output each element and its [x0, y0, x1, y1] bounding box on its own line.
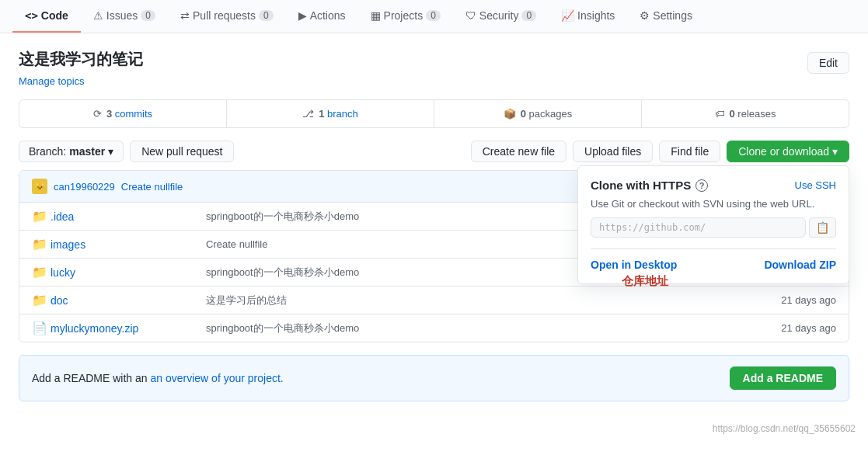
table-row: 📁 doc 这是学习后的总结 21 days ago — [19, 287, 849, 314]
help-icon[interactable]: ? — [695, 179, 708, 192]
stat-releases[interactable]: 🏷 0 releases — [642, 100, 849, 127]
stats-bar: ⟳ 3 commits ⎇ 1 branch 📦 0 packages 🏷 0 … — [19, 99, 849, 128]
branch-label: Branch: — [29, 145, 66, 158]
file-toolbar: Branch: master ▾ New pull request Create… — [19, 141, 849, 162]
edit-button[interactable]: Edit — [807, 52, 849, 74]
folder-icon: 📁 — [32, 237, 51, 252]
toolbar-left: Branch: master ▾ New pull request — [19, 141, 234, 162]
open-in-desktop-button[interactable]: Open in Desktop — [591, 259, 677, 271]
use-ssh-link[interactable]: Use SSH — [795, 179, 836, 191]
commit-icon: ⟳ — [93, 108, 102, 120]
insights-icon: 📈 — [561, 9, 574, 22]
pr-icon: ⇄ — [180, 9, 190, 22]
clone-url-input[interactable] — [591, 217, 806, 238]
projects-icon: ▦ — [371, 9, 381, 22]
copy-url-button[interactable]: 📋 — [809, 217, 836, 238]
tab-pullrequests[interactable]: ⇄ Pull requests 0 — [168, 0, 286, 33]
commit-message: Create nullfile — [121, 181, 183, 193]
file-name[interactable]: .idea — [51, 210, 206, 223]
tag-icon: 🏷 — [715, 108, 725, 120]
code-icon: <> — [25, 9, 38, 22]
toolbar-right: Create new file Upload files Find file C… — [471, 141, 849, 162]
clone-actions: Open in Desktop Download ZIP — [591, 248, 836, 271]
clone-dropdown: Clone with HTTPS ? Use SSH Use Git or ch… — [577, 165, 849, 284]
annotation-label: 仓库地址 — [622, 274, 668, 289]
chevron-down-icon: ▾ — [832, 145, 838, 158]
stat-branches[interactable]: ⎇ 1 branch — [227, 100, 434, 127]
stat-packages[interactable]: 📦 0 packages — [434, 100, 642, 127]
repo-nav: <> Code ⚠ Issues 0 ⇄ Pull requests 0 ▶ A… — [0, 0, 868, 33]
issues-icon: ⚠ — [93, 9, 103, 22]
folder-icon: 📁 — [32, 265, 51, 280]
readme-text: Add a README with an an overview of your… — [32, 372, 284, 384]
clone-title: Clone with HTTPS ? — [591, 179, 708, 192]
actions-icon: ▶ — [298, 9, 307, 22]
commit-author[interactable]: can19960229 — [54, 181, 115, 193]
copy-icon: 📋 — [816, 221, 829, 234]
new-pull-request-button[interactable]: New pull request — [130, 141, 234, 162]
file-icon: 📄 — [32, 321, 51, 335]
branch-selector[interactable]: Branch: master ▾ — [19, 141, 124, 162]
tab-security[interactable]: 🛡 Security 0 — [453, 0, 549, 33]
tab-actions[interactable]: ▶ Actions — [286, 0, 358, 33]
file-name[interactable]: doc — [51, 294, 206, 307]
clone-download-container: Clone or download ▾ Clone with HTTPS ? U… — [727, 141, 849, 162]
file-name[interactable]: images — [51, 238, 206, 251]
tab-issues[interactable]: ⚠ Issues 0 — [81, 0, 168, 33]
package-icon: 📦 — [504, 108, 516, 120]
find-file-button[interactable]: Find file — [659, 141, 720, 162]
settings-icon: ⚙ — [640, 9, 650, 22]
tab-projects[interactable]: ▦ Projects 0 — [358, 0, 453, 33]
clone-header: Clone with HTTPS ? Use SSH — [591, 179, 836, 192]
branch-icon: ⎇ — [302, 108, 314, 120]
file-time: 21 days ago — [758, 294, 836, 306]
readme-banner: Add a README with an an overview of your… — [19, 355, 849, 401]
clone-or-download-button[interactable]: Clone or download ▾ — [727, 141, 849, 162]
tab-settings[interactable]: ⚙ Settings — [627, 0, 705, 33]
manage-topics-link[interactable]: Manage topics — [19, 75, 85, 87]
upload-files-button[interactable]: Upload files — [573, 141, 653, 162]
pr-badge: 0 — [259, 10, 274, 21]
table-row: 📄 myluckymoney.zip springboot的一个电商秒杀小dem… — [19, 314, 849, 342]
projects-badge: 0 — [426, 10, 441, 21]
clone-description: Use Git or checkout with SVN using the w… — [591, 198, 836, 210]
stat-commits[interactable]: ⟳ 3 commits — [19, 100, 227, 127]
file-time: 21 days ago — [758, 322, 836, 334]
download-zip-button[interactable]: Download ZIP — [764, 259, 836, 271]
tab-insights[interactable]: 📈 Insights — [549, 0, 627, 33]
file-name[interactable]: myluckymoney.zip — [51, 322, 206, 335]
security-badge: 0 — [521, 10, 536, 21]
security-icon: 🛡 — [465, 9, 476, 22]
file-commit: 这是学习后的总结 — [206, 294, 758, 307]
chevron-down-icon: ▾ — [108, 145, 113, 158]
add-readme-button[interactable]: Add a README — [730, 366, 836, 390]
main-content: 这是我学习的笔记 Manage topics Edit ⟳ 3 commits … — [0, 33, 868, 417]
branch-name: master — [69, 145, 105, 158]
file-commit: springboot的一个电商秒杀小demo — [206, 321, 758, 335]
watermark: https://blog.csdn.net/qq_35655602 — [0, 417, 868, 440]
tab-code[interactable]: <> Code — [12, 0, 81, 33]
folder-icon: 📁 — [32, 209, 51, 224]
create-new-file-button[interactable]: Create new file — [471, 141, 566, 162]
clone-url-row: 📋 — [591, 217, 836, 238]
issues-badge: 0 — [141, 10, 155, 21]
file-name[interactable]: lucky — [51, 266, 206, 279]
readme-overview-link[interactable]: an overview of your project. — [151, 372, 284, 384]
repo-description: 这是我学习的笔记 — [19, 49, 143, 70]
folder-icon: 📁 — [32, 293, 51, 307]
avatar: 🐱 — [32, 179, 47, 194]
